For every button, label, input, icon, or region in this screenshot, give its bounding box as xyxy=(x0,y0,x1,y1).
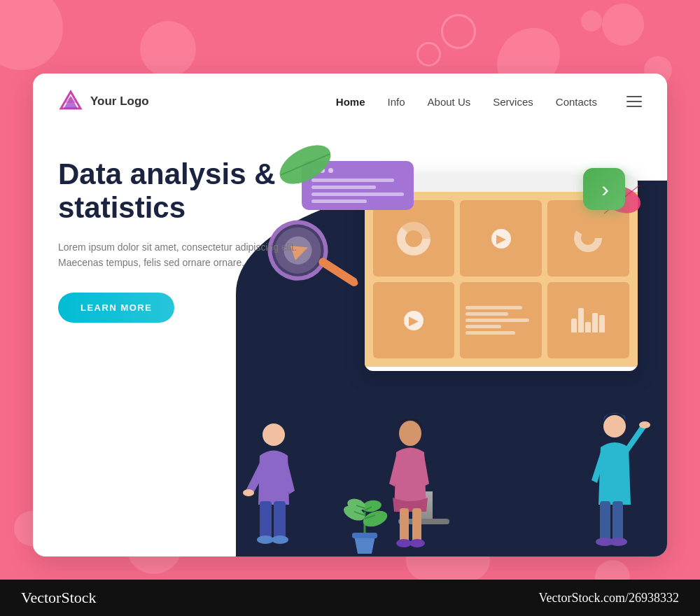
nav-services[interactable]: Services xyxy=(493,96,533,108)
person-center xyxy=(379,414,442,556)
main-card: Your Logo Home Info About Us Services Co… xyxy=(33,74,667,556)
svg-point-42 xyxy=(609,538,627,546)
hamburger-menu[interactable] xyxy=(626,96,642,107)
svg-rect-35 xyxy=(412,508,421,543)
nav-about[interactable]: About Us xyxy=(428,96,471,108)
svg-rect-34 xyxy=(400,508,409,543)
logo-area: Your Logo xyxy=(58,89,149,114)
logo-icon xyxy=(58,89,83,114)
svg-point-20 xyxy=(257,536,274,544)
person-right xyxy=(576,407,653,556)
content-area: Data analysis & statistics Lorem ipsum d… xyxy=(33,130,667,556)
nav-links: Home Info About Us Services Contacts xyxy=(336,96,642,108)
learn-more-button[interactable]: LEARN MORE xyxy=(58,293,174,323)
watermark-right: VectorStock.com/26938332 xyxy=(539,591,679,606)
logo-text: Your Logo xyxy=(90,94,149,108)
svg-rect-39 xyxy=(600,501,610,542)
monitor-cell-pie xyxy=(373,200,455,276)
monitor-cell-lines xyxy=(460,282,542,358)
watermark-bar: VectorStock VectorStock.com/26938332 xyxy=(0,580,700,616)
svg-rect-23 xyxy=(352,533,377,538)
monitor-cell-chart xyxy=(547,282,629,358)
svg-point-38 xyxy=(603,415,626,438)
svg-point-33 xyxy=(399,421,421,446)
svg-point-21 xyxy=(272,536,288,544)
svg-rect-19 xyxy=(274,501,286,540)
nav-info[interactable]: Info xyxy=(388,96,405,108)
person-left xyxy=(239,414,309,556)
svg-point-43 xyxy=(639,421,650,428)
nav-contacts[interactable]: Contacts xyxy=(556,96,597,108)
svg-point-11 xyxy=(578,227,598,248)
svg-line-14 xyxy=(323,255,354,290)
monitor-cell-play-big xyxy=(460,200,542,276)
watermark-left: VectorStock xyxy=(21,589,97,607)
hero-description: Lorem ipsum dolor sit amet, consectetur … xyxy=(58,239,310,271)
svg-point-36 xyxy=(396,539,412,547)
hero-title: Data analysis & statistics xyxy=(58,158,310,225)
monitor-cell-play-small xyxy=(373,282,455,358)
svg-rect-40 xyxy=(612,501,623,542)
hero-section: Data analysis & statistics Lorem ipsum d… xyxy=(58,158,310,323)
nav-home[interactable]: Home xyxy=(336,96,365,108)
svg-rect-18 xyxy=(260,501,272,540)
svg-point-37 xyxy=(410,539,425,547)
navbar: Your Logo Home Info About Us Services Co… xyxy=(33,74,667,130)
svg-point-22 xyxy=(243,489,254,496)
svg-point-17 xyxy=(262,424,285,446)
green-arrow-button[interactable] xyxy=(583,168,625,210)
